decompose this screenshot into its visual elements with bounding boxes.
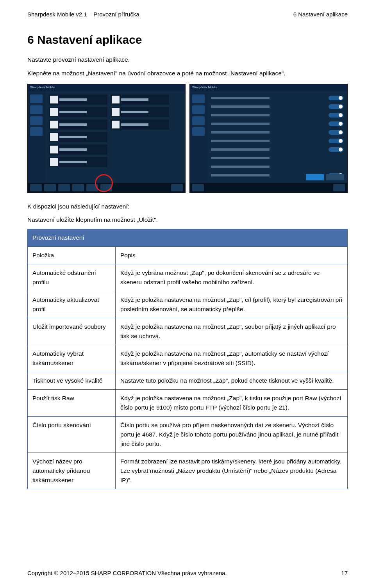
sidebar-icon [192,105,205,114]
table-cell-item: Použít tisk Raw [28,390,116,417]
settings-table-body: Automatické odstranění profiluKdyž je vy… [28,264,348,489]
table-cell-item: Výchozí název pro automaticky přidanou t… [28,453,116,489]
screenshot-right-content [207,91,347,183]
footer-page-number: 17 [341,570,348,576]
sidebar-icon [192,116,205,125]
table-cell-item: Automatické odstranění profilu [28,264,116,291]
sidebar-icon [30,105,43,114]
section-title: 6 Nastavení aplikace [27,33,348,46]
table-cell-item: Automaticky vybrat tiskárnu/skener [28,345,116,372]
intro-text-1: Nastavte provozní nastavení aplikace. [27,55,348,65]
screenshot-row: Sharpdesk Mobile Sharpdesk [27,84,348,193]
screenshot-right-bottombar [190,183,347,193]
table-cell-desc: Číslo portu se používá pro příjem nasken… [116,417,348,453]
page-header: Sharpdesk Mobile v2.1 – Provozní příručk… [27,11,348,18]
screenshot-left-content [45,91,185,183]
after-image-text-2: Nastavení uložíte klepnutím na možnost „… [27,215,348,225]
table-row: Výchozí název pro automaticky přidanou t… [28,453,348,489]
sidebar-icon [30,94,43,103]
table-row: Automaticky vybrat tiskárnu/skenerKdyž j… [28,345,348,372]
table-row: Automaticky aktualizovat profilKdyž je p… [28,291,348,318]
table-row: Tisknout ve vysoké kvalitěNastavte tuto … [28,372,348,390]
table-col-desc: Popis [116,247,348,264]
table-cell-desc: Když je vybrána možnost „Zap", po dokonč… [116,264,348,291]
page: Sharpdesk Mobile v2.1 – Provozní příručk… [0,0,375,588]
settings-table: Provozní nastavení Položka Popis Automat… [27,229,348,489]
screenshot-left: Sharpdesk Mobile [27,84,186,193]
header-left: Sharpdesk Mobile v2.1 – Provozní příručk… [27,11,139,18]
screenshot-right: Sharpdesk Mobile [189,84,348,193]
table-category-header: Provozní nastavení [28,229,348,247]
screenshot-left-sidebar [28,91,45,183]
screenshot-left-title: Sharpdesk Mobile [28,84,185,91]
sidebar-icon [30,116,43,125]
table-cell-item: Uložit importované soubory [28,318,116,345]
table-cell-desc: Nastavte tuto položku na možnost „Zap", … [116,372,348,390]
table-cell-item: Automaticky aktualizovat profil [28,291,116,318]
page-footer: Copyright © 2012–2015 SHARP CORPORATION … [27,570,348,576]
table-cell-desc: Když je položka nastavena na možnost „Za… [116,390,348,417]
sidebar-icon [192,94,205,103]
table-cell-item: Tisknout ve vysoké kvalitě [28,372,116,390]
intro-text-2: Klepněte na možnost „Nastavení" na úvodn… [27,69,348,78]
screenshot-right-sidebar [190,91,207,183]
table-row: Automatické odstranění profiluKdyž je vy… [28,264,348,291]
table-cell-item: Číslo portu skenování [28,417,116,453]
sidebar-icon [30,127,43,136]
table-cell-desc: Když je položka nastavena na možnost „Za… [116,291,348,318]
save-button-icon [306,174,324,180]
table-row: Číslo portu skenováníČíslo portu se použ… [28,417,348,453]
after-image-text-1: K dispozici jsou následující nastavení: [27,202,348,212]
table-cell-desc: Když je položka nastavena na možnost „Za… [116,345,348,372]
table-col-item: Položka [28,247,116,264]
sidebar-icon [192,127,205,136]
screenshot-right-title: Sharpdesk Mobile [190,84,347,91]
header-right: 6 Nastavení aplikace [293,11,348,18]
table-cell-desc: Když je položka nastavena na možnost „Za… [116,318,348,345]
cancel-button-icon [326,174,344,180]
table-cell-desc: Formát zobrazení lze nastavit pro tiskár… [116,453,348,489]
footer-copyright: Copyright © 2012–2015 SHARP CORPORATION … [27,570,227,576]
screenshot-left-bottombar [28,183,185,193]
table-row: Použít tisk RawKdyž je položka nastavena… [28,390,348,417]
table-row: Uložit importované souboryKdyž je položk… [28,318,348,345]
